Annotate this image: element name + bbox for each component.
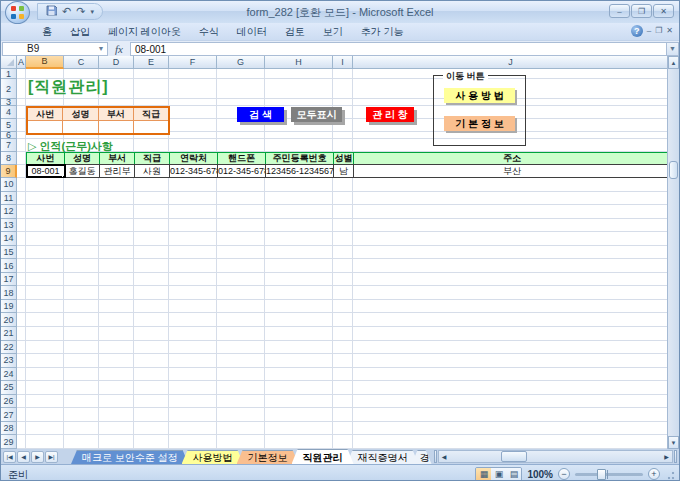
horizontal-scrollbar[interactable]: ◀ ▶: [438, 450, 673, 463]
office-button[interactable]: [5, 1, 30, 24]
name-box[interactable]: B9 ▼: [2, 42, 108, 56]
close-button[interactable]: ✕: [653, 4, 674, 18]
view-shortcuts: ▦ ▣ ▤: [475, 467, 522, 481]
status-mode-text: 준비: [8, 468, 28, 481]
employee-table-cell[interactable]: 08-001: [27, 165, 65, 177]
first-sheet-icon[interactable]: |◀: [3, 451, 16, 463]
maximize-button[interactable]: ❐: [631, 4, 652, 18]
sheet-content: [직원관리] 사번성명부서직급 검 색 모두표시 관 리 창 이동 버튼 사 용…: [1, 56, 669, 449]
next-sheet-icon[interactable]: ▶: [31, 451, 44, 463]
employee-table-header-cell: 성별: [334, 153, 354, 164]
ribbon-tab-2[interactable]: 삽입: [61, 24, 99, 40]
help-icon[interactable]: ?: [631, 25, 643, 37]
sheet-tab-3[interactable]: 기본정보: [237, 450, 299, 464]
vertical-scrollbar[interactable]: ▲ ▼: [667, 56, 679, 449]
employee-table-cell[interactable]: 012-345-6789: [170, 165, 218, 177]
formula-bar-expand-icon[interactable]: ▼: [666, 42, 679, 56]
basic-info-button[interactable]: 기 본 정 보: [444, 116, 515, 131]
workbook-minimize-icon[interactable]: –: [647, 25, 651, 37]
save-icon[interactable]: [46, 5, 57, 18]
form-title: [직원관리]: [28, 77, 109, 98]
navigation-group-box: 이동 버튼 사 용 방 법 기 본 정 보: [433, 75, 526, 146]
minimize-button[interactable]: –: [609, 4, 630, 18]
ribbon-tab-7[interactable]: 보기: [314, 24, 352, 40]
sheet-tab-1[interactable]: 매크로 보안수준 설정: [71, 450, 189, 464]
manage-window-button[interactable]: 관 리 창: [366, 107, 414, 122]
redo-icon[interactable]: ↷: [76, 6, 85, 17]
employee-table-header-cell: 주민등록번호: [266, 153, 334, 164]
search-form: 사번성명부서직급: [26, 106, 170, 135]
formula-input[interactable]: 08-001: [130, 42, 666, 56]
employee-table-header-cell: 주소: [354, 153, 669, 164]
employee-table-header-cell: 사번: [27, 153, 65, 164]
scroll-right-icon[interactable]: ▶: [661, 451, 672, 462]
zoom-slider-track[interactable]: [575, 473, 643, 476]
window-controls: – ❐ ✕: [609, 4, 674, 18]
excel-window: ↶ ↷ ▾ form_282 [호환 모드] - Microsoft Excel…: [0, 0, 680, 481]
fill-handle[interactable]: [62, 175, 65, 177]
resize-grip[interactable]: [665, 468, 675, 480]
workbook-close-icon[interactable]: ✕: [666, 25, 673, 37]
zoom-level-label: 100%: [527, 469, 553, 480]
office-logo-icon: [11, 6, 24, 19]
window-title: form_282 [호환 모드] - Microsoft Excel: [121, 5, 559, 20]
horizontal-scroll-thumb[interactable]: [501, 451, 527, 462]
last-sheet-icon[interactable]: ▶|: [45, 451, 58, 463]
sheet-tab-4[interactable]: 직원관리: [292, 449, 354, 464]
ribbon-tab-5[interactable]: 데이터: [228, 24, 276, 40]
show-all-button[interactable]: 모두표시: [291, 107, 342, 122]
scroll-up-icon[interactable]: ▲: [668, 56, 679, 69]
employee-table-cell[interactable]: 관리부: [100, 165, 135, 177]
scroll-down-icon[interactable]: ▼: [668, 436, 679, 449]
usage-guide-button[interactable]: 사 용 방 법: [444, 88, 515, 103]
qat-customize-icon[interactable]: ▾: [90, 6, 94, 17]
ribbon-tab-4[interactable]: 수식: [190, 24, 228, 40]
employee-table-cell[interactable]: 012-345-6789: [218, 165, 266, 177]
title-bar: ↶ ↷ ▾ form_282 [호환 모드] - Microsoft Excel…: [1, 1, 679, 23]
status-bar-right: ▦ ▣ ▤ 100% − +: [475, 467, 675, 481]
employee-table-cell[interactable]: 남: [334, 165, 354, 177]
normal-view-icon[interactable]: ▦: [476, 468, 491, 481]
tab-splitter[interactable]: [434, 450, 437, 463]
workbook-restore-icon[interactable]: ❐: [655, 25, 662, 37]
employee-table-cell[interactable]: 사원: [135, 165, 170, 177]
search-form-header-cell: 성명: [63, 108, 98, 121]
previous-sheet-icon[interactable]: ◀: [17, 451, 30, 463]
search-form-input-cell[interactable]: [28, 121, 63, 133]
scroll-left-icon[interactable]: ◀: [439, 451, 450, 462]
ribbon-tab-8[interactable]: 추가 기능: [352, 24, 413, 40]
employee-table-header-cell: 성명: [65, 153, 100, 164]
zoom-out-icon[interactable]: −: [558, 468, 570, 480]
ribbon-tab-1[interactable]: 홈: [33, 24, 61, 40]
employee-table-cell[interactable]: 부산: [354, 165, 669, 177]
employee-table-header-cell: 직급: [135, 153, 170, 164]
search-form-input-cell[interactable]: [134, 121, 168, 133]
employee-table-data-row: 08-001홍길동관리부사원012-345-6789012-345-678912…: [26, 164, 669, 178]
zoom-slider-thumb[interactable]: [597, 469, 606, 480]
page-layout-view-icon[interactable]: ▣: [491, 468, 506, 481]
search-form-input-cell[interactable]: [63, 121, 98, 133]
employee-table-cell[interactable]: 123456-1234567: [266, 165, 334, 177]
fx-icon[interactable]: fx: [108, 43, 130, 55]
ribbon-tab-6[interactable]: 검토: [276, 24, 314, 40]
vertical-scroll-thumb[interactable]: [669, 161, 678, 179]
quick-access-toolbar: ↶ ↷ ▾: [37, 3, 103, 20]
sheet-tab-bar: |◀ ◀ ▶ ▶| 매크로 보안수준 설정사용방법기본정보직원관리재직증명서경 …: [1, 449, 679, 464]
employee-table-cell[interactable]: 홍길동: [65, 165, 100, 177]
sheet-tab-2[interactable]: 사용방법: [182, 450, 244, 464]
undo-icon[interactable]: ↶: [62, 6, 71, 17]
search-form-header-row: 사번성명부서직급: [28, 108, 168, 121]
sheet-tab-6[interactable]: 경: [412, 450, 432, 464]
ribbon-right-controls: ? – ❐ ✕: [631, 25, 673, 37]
search-button[interactable]: 검 색: [237, 107, 284, 122]
name-box-value: B9: [3, 43, 95, 54]
search-form-header-cell: 부서: [99, 108, 134, 121]
page-break-view-icon[interactable]: ▤: [506, 468, 521, 481]
scrollbar-splitter[interactable]: [674, 450, 677, 463]
search-form-input-cell[interactable]: [99, 121, 134, 133]
ribbon-tab-3[interactable]: 페이지 레이아웃: [99, 24, 190, 40]
zoom-in-icon[interactable]: +: [648, 468, 660, 480]
sheet-tab-5[interactable]: 재직증명서: [347, 450, 419, 464]
name-box-dropdown-icon[interactable]: ▼: [95, 45, 107, 52]
tab-navigation: |◀ ◀ ▶ ▶|: [1, 449, 60, 464]
